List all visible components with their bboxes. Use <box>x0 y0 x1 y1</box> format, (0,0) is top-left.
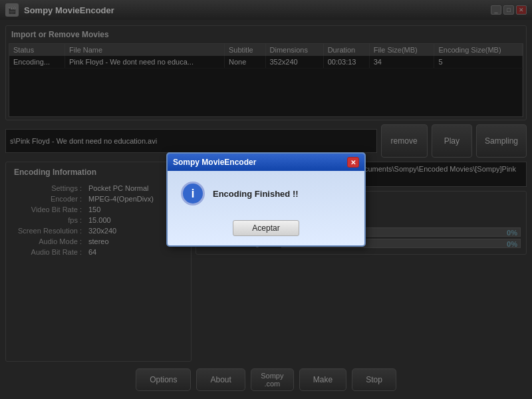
modal-body: i Encoding Finished !! <box>168 171 364 216</box>
modal-overlay: Sompy MovieEncoder ✕ i Encoding Finished… <box>0 0 532 399</box>
modal-footer: Aceptar <box>168 216 364 245</box>
modal-close-button[interactable]: ✕ <box>347 157 359 168</box>
modal-message: Encoding Finished !! <box>213 189 299 199</box>
modal-title: Sompy MovieEncoder <box>173 158 256 167</box>
modal-confirm-button[interactable]: Aceptar <box>233 220 299 236</box>
info-icon: i <box>181 182 205 205</box>
modal-dialog: Sompy MovieEncoder ✕ i Encoding Finished… <box>166 152 366 247</box>
modal-title-bar: Sompy MovieEncoder ✕ <box>168 154 364 171</box>
